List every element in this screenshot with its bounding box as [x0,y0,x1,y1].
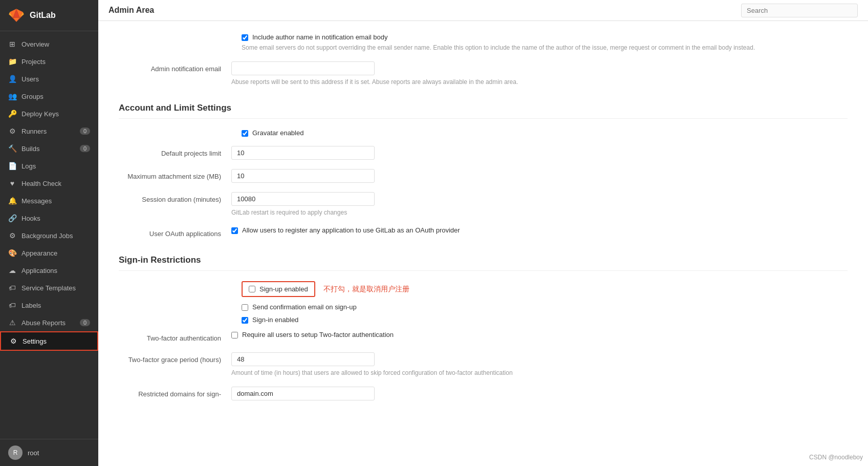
email-section: Include author name in notification emai… [119,33,848,87]
include-author-row: Include author name in notification emai… [242,33,848,52]
include-author-checkbox[interactable] [242,34,248,41]
signup-annotation: 不打勾，就是取消用户注册 [323,285,409,294]
badge-abuse-reports: 0 [80,319,90,326]
builds-icon: 🔨 [8,144,16,153]
sidebar-item-groups[interactable]: 👥 Groups [0,88,98,105]
max-attachment-input[interactable] [231,169,375,183]
projects-icon: 📁 [8,57,16,66]
sidebar-item-messages[interactable]: 🔔 Messages [0,192,98,209]
signin-section-title: Sign-in Restrictions [119,255,848,271]
sidebar-item-label: Deploy Keys [21,110,59,118]
sidebar-item-hooks[interactable]: 🔗 Hooks [0,209,98,227]
sidebar-item-abuse-reports[interactable]: ⚠ Abuse Reports 0 [0,314,98,331]
send-confirmation-label: Send confirmation email on sign-up [252,303,357,311]
two-factor-label: Two-factor authentication [119,331,231,343]
sidebar-item-label: Runners [21,128,47,135]
sidebar-item-label: Messages [21,197,52,205]
max-attachment-row: Maximum attachment size (MB) [119,169,848,183]
sidebar-item-settings[interactable]: ⚙ Settings [0,331,98,351]
sidebar-item-label: Service Templates [21,284,76,292]
sidebar-item-label: Builds [21,145,39,153]
send-confirmation-checkbox[interactable] [242,304,248,311]
sidebar-item-service-templates[interactable]: 🏷 Service Templates [0,279,98,296]
sidebar-item-background-jobs[interactable]: ⚙ Background Jobs [0,227,98,244]
admin-email-input[interactable] [231,61,375,75]
include-author-help: Some email servers do not support overri… [242,43,848,52]
sidebar-item-label: Logs [21,162,36,170]
sidebar-item-label: Settings [23,337,47,345]
sidebar-item-logs[interactable]: 📄 Logs [0,157,98,175]
two-factor-grace-input[interactable] [231,352,375,366]
admin-email-wrap: Abuse reports will be sent to this addre… [231,61,848,87]
two-factor-grace-wrap: Amount of time (in hours) that users are… [231,352,848,377]
two-factor-row: Two-factor authentication Require all us… [119,331,848,343]
settings-content: Include author name in notification emai… [98,21,868,429]
account-section: Account and Limit Settings Gravatar enab… [119,103,848,239]
sidebar-item-projects[interactable]: 📁 Projects [0,53,98,70]
oauth-row: User OAuth applications Allow users to r… [119,226,848,239]
hooks-icon: 🔗 [8,214,16,222]
gravatar-label: Gravatar enabled [252,129,303,137]
sidebar-item-applications[interactable]: ☁ Applications [0,262,98,279]
sidebar-item-label: Labels [21,302,41,309]
topbar: Admin Area [98,0,868,21]
users-icon: 👤 [8,75,16,83]
sidebar-item-appearance[interactable]: 🎨 Appearance [0,244,98,262]
search-input[interactable] [741,4,858,17]
sidebar-item-deploy-keys[interactable]: 🔑 Deploy Keys [0,105,98,122]
oauth-checkbox[interactable] [231,227,238,234]
include-author-label: Include author name in notification emai… [252,33,388,41]
sidebar-item-labels[interactable]: 🏷 Labels [0,296,98,314]
restricted-domains-wrap [231,387,848,400]
applications-icon: ☁ [8,266,16,274]
sidebar-item-label: Overview [21,40,49,48]
two-factor-checkbox-label: Require all users to setup Two-factor au… [242,331,394,338]
messages-icon: 🔔 [8,197,16,205]
health-check-icon: ♥ [8,179,16,187]
max-attachment-wrap [231,169,848,183]
sidebar-item-health-check[interactable]: ♥ Health Check [0,175,98,192]
sidebar-item-label: Hooks [21,215,40,222]
gravatar-checkbox[interactable] [242,130,248,137]
session-duration-wrap: GitLab restart is required to apply chan… [231,192,848,217]
sidebar-logo-text: GitLab [30,11,56,20]
signup-enabled-label: Sign-up enabled [259,285,308,293]
sidebar-item-users[interactable]: 👤 Users [0,70,98,88]
signup-enabled-checkbox[interactable] [249,286,255,292]
default-projects-input[interactable] [231,146,375,160]
sidebar-item-runners[interactable]: ⚙ Runners 0 [0,122,98,140]
admin-email-row: Admin notification email Abuse reports w… [119,61,848,87]
sidebar-item-label: Health Check [21,180,61,187]
deploy-keys-icon: 🔑 [8,110,16,118]
signup-enabled-row: Sign-up enabled 不打勾，就是取消用户注册 [242,281,848,297]
watermark: CSDN @noodleboy [809,454,863,461]
signup-enabled-box: Sign-up enabled [242,281,315,297]
runners-icon: ⚙ [8,127,16,135]
session-duration-help: GitLab restart is required to apply chan… [231,208,848,217]
signin-enabled-checkbox[interactable] [242,317,248,324]
groups-icon: 👥 [8,92,16,100]
gitlab-logo-icon [8,7,25,24]
session-duration-input[interactable] [231,192,375,206]
badge-builds: 0 [80,145,90,152]
sidebar-item-overview[interactable]: ⊞ Overview [0,35,98,53]
gravatar-row: Gravatar enabled [242,129,848,137]
two-factor-wrap: Require all users to setup Two-factor au… [231,331,848,341]
badge-runners: 0 [80,128,90,135]
sidebar-item-builds[interactable]: 🔨 Builds 0 [0,140,98,157]
signin-enabled-label: Sign-in enabled [252,316,298,324]
admin-email-label: Admin notification email [119,61,231,74]
overview-icon: ⊞ [8,40,16,48]
logs-icon: 📄 [8,162,16,170]
sidebar-logo: GitLab [0,0,98,31]
oauth-label: User OAuth applications [119,226,231,239]
appearance-icon: 🎨 [8,249,16,257]
restricted-domains-input[interactable] [231,387,375,400]
sidebar-item-label: Groups [21,93,44,100]
sidebar-nav: ⊞ Overview 📁 Projects 👤 Users 👥 Groups 🔑… [0,31,98,439]
two-factor-checkbox[interactable] [231,332,238,338]
admin-email-help: Abuse reports will be sent to this addre… [231,77,848,87]
labels-icon: 🏷 [8,301,16,309]
signin-section: Sign-in Restrictions Sign-up enabled 不打勾… [119,255,848,400]
two-factor-grace-help: Amount of time (in hours) that users are… [231,368,848,377]
